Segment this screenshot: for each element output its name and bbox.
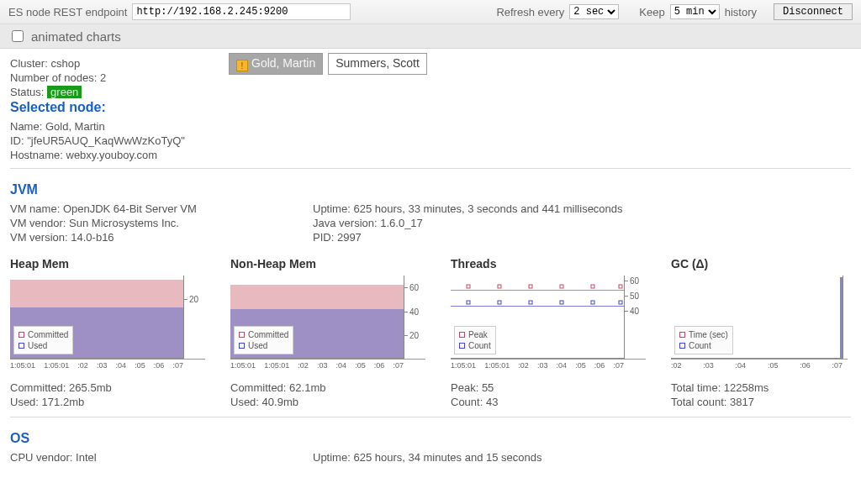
x-tick: :03 [703,361,714,370]
x-tick: :06 [154,361,165,370]
status-label: Status: [10,86,44,98]
x-tick: 1:05:01 [484,361,510,370]
os-uptime: 625 hours, 34 minutes and 15 seconds [353,451,541,464]
animated-charts-label: animated charts [31,29,121,44]
pid-label: PID: [313,231,334,244]
legend-swatch-icon [18,343,24,349]
legend-label: Committed [28,329,68,340]
x-tick: :04 [736,361,747,370]
disconnect-button[interactable]: Disconnect [774,3,853,20]
chart-plot: Committed Used [10,276,183,359]
sel-name-label: Name: [10,120,42,133]
chart-nonheap-mem: Non-Heap Mem Committed Used 60 40 20 [230,257,425,410]
chart-heap-mem: Heap Mem Committed Used 20 1:05:01 1:05:… [10,257,205,410]
endpoint-label: ES node REST endpoint [8,6,127,18]
pid: 2997 [337,231,362,244]
y-tick: 60 [409,282,419,291]
sel-name: Gold, Martin [45,120,105,133]
os-heading: OS [10,431,851,446]
animated-charts-checkbox[interactable] [12,30,24,42]
legend-label: Peak [468,329,488,340]
selected-node-heading: Selected node: [10,100,851,115]
x-tick: :07 [393,361,404,370]
animated-charts-bar: animated charts [0,24,861,49]
divider [10,168,851,169]
chart-legend: Time (sec) Count [674,326,733,354]
legend-swatch-icon [239,332,245,338]
x-tick: 1:05:01 [230,361,256,370]
x-tick: :07 [172,361,183,370]
y-axis [843,276,848,359]
stat-value: 171.2mb [42,396,85,408]
node-tab-label: Gold, Martin [251,56,315,70]
chart-plot: Peak Count [451,276,624,359]
x-tick: :02 [298,361,309,370]
chart-stats: Peak: 55 Count: 43 [451,381,646,408]
chart-title: Heap Mem [10,257,205,270]
chart-gc: GC (Δ) Time (sec) Count :02 :03 :04 :05 … [671,257,848,410]
node-count-value: 2 [100,71,106,84]
y-tick: 20 [189,294,198,303]
x-tick: :07 [613,361,624,370]
charts-row: Heap Mem Committed Used 20 1:05:01 1:05:… [10,257,851,410]
x-axis: :02 :03 :04 :05 :06 :07 [671,361,848,370]
cluster-name: cshop [50,57,80,70]
x-tick: :04 [116,361,127,370]
stat-value: 265.5mb [69,381,112,394]
node-tab-label: Summers, Scott [335,56,420,70]
endpoint-input[interactable] [132,3,351,20]
x-tick: 1:05:01 [264,361,289,370]
y-tick: 40 [630,306,639,315]
sel-id: "jfeUR5AUQ_KaqWwWzKoTyQ" [27,134,185,147]
keep-select[interactable]: 5 min [670,4,720,19]
node-tab-gold-martin[interactable]: !Gold, Martin [229,53,323,75]
sel-id-label: ID: [10,134,24,147]
legend-label: Time (sec) [689,329,728,340]
legend-label: Committed [248,329,288,340]
stat-label: Used [230,396,256,408]
keep-label: Keep [639,6,664,18]
divider [10,417,851,417]
x-tick: 1:05:01 [10,361,35,370]
legend-swatch-icon [239,343,245,349]
x-tick: :02 [518,361,529,370]
jvm-uptime-label: Uptime: [313,202,351,215]
vm-version: 14.0-b16 [71,231,114,244]
vm-name-label: VM name: [10,202,60,215]
chart-legend: Committed Used [13,326,73,354]
stat-label: Peak [451,381,476,394]
legend-swatch-icon [679,343,685,349]
stat-value: 43 [486,396,498,408]
legend-label: Count [689,340,711,351]
stat-label: Used [10,396,35,408]
legend-label: Used [28,340,47,351]
y-axis: 60 50 40 [624,276,646,359]
chart-title: Non-Heap Mem [230,257,425,270]
os-info: CPU vendor: Intel Uptime: 625 hours, 34 … [10,451,851,465]
refresh-label: Refresh every [496,6,564,18]
top-toolbar: ES node REST endpoint Refresh every 2 se… [0,0,861,24]
vm-vendor-label: VM vendor: [10,217,66,229]
y-tick: 20 [409,331,419,340]
stat-value: 40.9mb [262,396,298,408]
x-tick: :02 [671,361,682,370]
sel-host-label: Hostname: [10,149,63,161]
x-axis: 1:05:01 1:05:01 :02 :03 :04 :05 :06 :07 [230,361,425,370]
y-tick: 40 [409,307,419,316]
node-tab-summers-scott[interactable]: Summers, Scott [328,53,427,75]
legend-swatch-icon [459,332,465,338]
stat-value: 12258ms [724,381,769,394]
java-version: 1.6.0_17 [380,217,423,229]
stat-value: 55 [482,381,494,394]
vm-vendor: Sun Microsystems Inc. [69,217,179,229]
legend-label: Used [248,340,267,351]
x-axis: 1:05:01 1:05:01 :02 :03 :04 :05 :06 :07 [10,361,205,370]
line-peak [451,290,624,291]
cluster-label: Cluster: [10,57,48,70]
os-uptime-label: Uptime: [313,451,351,464]
refresh-select[interactable]: 2 sec [569,4,619,19]
java-version-label: Java version: [313,217,378,229]
x-tick: :03 [537,361,548,370]
jvm-info: VM name: OpenJDK 64-Bit Server VM VM ven… [10,202,851,245]
chart-stats: Committed: 62.1mb Used: 40.9mb [230,381,425,408]
